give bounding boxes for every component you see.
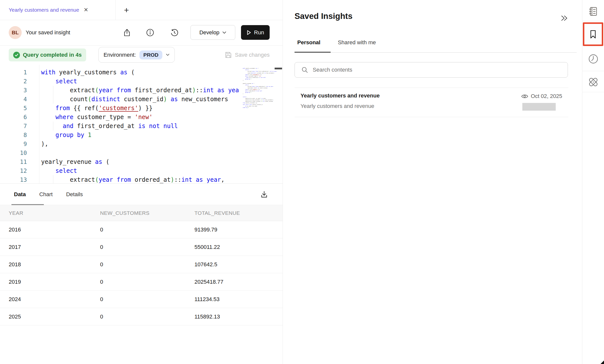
double-chevron-right-icon[interactable] <box>560 14 569 22</box>
chevron-down-icon <box>166 54 170 56</box>
active-tab-underline <box>295 52 331 53</box>
develop-label: Develop <box>199 29 220 36</box>
new-tab-button[interactable]: + <box>121 0 132 20</box>
tab-underline-track <box>295 52 577 53</box>
results-tab-chart[interactable]: Chart <box>39 191 53 198</box>
table-cell: 0 <box>100 314 194 320</box>
table-row: 20240111234.53 <box>0 291 283 308</box>
active-tab-underline <box>11 204 44 205</box>
table-row: 20250115892.13 <box>0 308 283 325</box>
check-circle-icon <box>13 52 20 58</box>
status-row: Query completed in 4s Environment: PROD … <box>0 45 283 65</box>
line-number: 5 <box>0 104 39 113</box>
panel-tab-bar: PersonalShared with me <box>297 39 376 46</box>
editor-pane: Yearly customers and revenue ✕ + BL Your… <box>0 0 283 364</box>
line-number: 12 <box>0 166 39 175</box>
indent-guide <box>53 86 53 104</box>
table-cell: 2025418.77 <box>194 279 283 285</box>
save-changes-button[interactable]: Save changes <box>225 45 270 65</box>
table-cell: 550011.22 <box>194 244 283 250</box>
tab-yearly-customers[interactable]: Yearly customers and revenue ✕ <box>0 0 116 20</box>
list-divider <box>295 88 568 88</box>
query-status-text: Query completed in 4s <box>23 52 82 58</box>
play-icon <box>246 30 251 35</box>
editor-minimap[interactable]: with yearly_customers as ( select extrac… <box>239 65 282 183</box>
line-number: 13 <box>0 175 39 183</box>
rail-divider <box>582 71 604 71</box>
table-cell: 2019 <box>9 279 100 285</box>
download-icon[interactable] <box>260 183 268 205</box>
share-icon[interactable] <box>123 20 131 45</box>
search-icon <box>301 66 308 73</box>
history-icon[interactable] <box>170 20 179 45</box>
avatar: BL <box>9 26 22 39</box>
indent-guide <box>53 175 53 183</box>
line-number: 1 <box>0 68 39 77</box>
save-changes-label: Save changes <box>235 52 270 58</box>
table-row: 20180107642.5 <box>0 256 283 273</box>
panel-title: Saved Insights <box>295 11 353 21</box>
table-cell: 2024 <box>9 296 100 303</box>
search-box[interactable] <box>295 62 568 78</box>
column-header: TOTAL_REVENUE <box>194 210 283 216</box>
column-header: NEW_CUSTOMERS <box>100 210 194 216</box>
table-cell: 2018 <box>9 261 100 268</box>
run-label: Run <box>254 29 264 36</box>
table-cell: 2025 <box>9 314 100 320</box>
line-number: 9 <box>0 139 39 148</box>
develop-button[interactable]: Develop <box>190 25 235 40</box>
tab-close-icon[interactable]: ✕ <box>84 7 88 13</box>
editor-scrollbar-thumb[interactable] <box>275 68 282 69</box>
run-button[interactable]: Run <box>241 25 270 40</box>
notebook-icon[interactable] <box>582 2 604 21</box>
table-row: 2016091399.79 <box>0 221 283 238</box>
table-cell: 0 <box>100 279 194 285</box>
saved-insights-panel: Saved Insights PersonalShared with me Ye… <box>283 0 582 364</box>
toolbar: BL Your saved insight Develop Run <box>0 20 283 46</box>
eye-icon <box>521 94 528 99</box>
line-number: 4 <box>0 95 39 104</box>
line-number: 10 <box>0 148 39 157</box>
table-cell: 0 <box>100 244 194 250</box>
skeleton-placeholder <box>522 103 556 111</box>
list-divider <box>295 117 568 117</box>
insight-label: Your saved insight <box>26 20 70 45</box>
table-cell: 2016 <box>9 227 100 233</box>
table-cell: 107642.5 <box>194 261 283 268</box>
bookmark-icon-active[interactable] <box>583 22 603 46</box>
tab-title: Yearly customers and revenue <box>9 7 79 13</box>
query-status-pill: Query completed in 4s <box>9 48 86 61</box>
tab-bar: Yearly customers and revenue ✕ + <box>0 0 283 20</box>
results-tab-details[interactable]: Details <box>66 191 83 198</box>
indent-guide <box>53 122 53 131</box>
chevron-down-icon <box>222 31 226 34</box>
line-number-gutter: 1234567891011121314151617181920212223242… <box>0 65 39 183</box>
environment-label: Environment: <box>104 52 136 58</box>
clock-icon[interactable] <box>582 51 604 67</box>
search-input[interactable] <box>312 66 565 73</box>
rail-divider <box>582 21 604 21</box>
results-tab-data[interactable]: Data <box>14 191 26 198</box>
info-icon[interactable] <box>146 20 154 45</box>
line-number: 7 <box>0 122 39 131</box>
environment-selector[interactable]: Environment: PROD <box>98 47 175 63</box>
table-cell: 0 <box>100 261 194 268</box>
results-tab-bar: DataChartDetails <box>0 183 283 205</box>
line-number: 11 <box>0 157 39 166</box>
save-icon <box>225 51 232 59</box>
line-number: 2 <box>0 77 39 86</box>
insight-title[interactable]: Yearly customers and revenue <box>301 92 380 99</box>
table-row: 201902025418.77 <box>0 273 283 291</box>
table-cell: 0 <box>100 227 194 233</box>
sql-editor[interactable]: 1234567891011121314151617181920212223242… <box>0 65 283 183</box>
panel-tab-personal[interactable]: Personal <box>297 39 320 46</box>
environment-value-badge: PROD <box>139 50 163 59</box>
rail-divider <box>582 92 604 92</box>
panel-tab-shared-with-me[interactable]: Shared with me <box>338 39 376 46</box>
compass-icon[interactable] <box>582 75 604 90</box>
resize-corner[interactable] <box>601 361 604 364</box>
insight-date: Oct 02, 2025 <box>531 93 562 99</box>
insight-meta: Oct 02, 2025 <box>521 93 562 99</box>
line-number: 6 <box>0 113 39 122</box>
column-header: YEAR <box>9 210 100 216</box>
